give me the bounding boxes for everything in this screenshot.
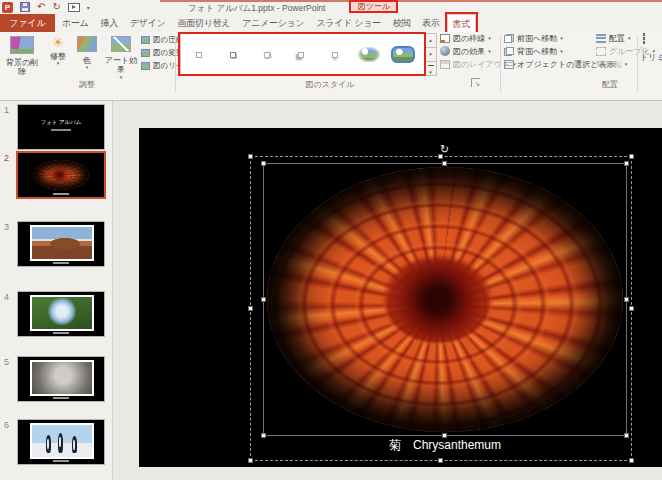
picture-style-reflected[interactable] xyxy=(321,38,349,72)
group-separator xyxy=(175,36,176,92)
dropdown-icon: ▾ xyxy=(560,48,563,54)
landscape-icon xyxy=(358,47,380,62)
resize-handle[interactable] xyxy=(248,306,253,311)
thumbnail-caption-bar xyxy=(53,193,69,195)
slide-thumbnail-6[interactable] xyxy=(17,419,105,465)
change-picture-icon xyxy=(141,49,150,57)
slide-thumbnail-3[interactable] xyxy=(17,221,105,267)
slide-thumbnail-4[interactable] xyxy=(17,291,105,337)
powerpoint-window: P ↶ ↻ ▾ フォト アルバム1.pptx - PowerPoint 図ツール… xyxy=(0,0,662,480)
tab-home[interactable]: ホーム xyxy=(57,14,94,32)
arrange-group-label: 配置 xyxy=(585,79,635,90)
picture-selection-box[interactable]: ↻ xyxy=(263,163,627,436)
current-slide[interactable]: ↻ 菊 Chrysanthemum xyxy=(139,128,662,467)
picture-style-beveled-matte[interactable] xyxy=(219,38,247,72)
reset-picture-icon xyxy=(141,62,150,70)
dropdown-icon: ▾ xyxy=(44,61,72,65)
undo-icon[interactable]: ↶ xyxy=(37,2,45,12)
picture-border-icon xyxy=(440,34,450,43)
align-icon xyxy=(596,34,606,43)
dialog-launcher-icon[interactable]: ↘ xyxy=(471,78,480,87)
gallery-more-button[interactable]: ▾ xyxy=(425,62,436,75)
slide-number-1: 1 xyxy=(4,105,9,115)
dropdown-icon: ▾ xyxy=(628,35,631,41)
remove-background-icon xyxy=(10,36,34,54)
resize-handle[interactable] xyxy=(248,154,253,159)
gallery-scroll-down-button[interactable]: ▾ xyxy=(425,48,436,62)
group-icon xyxy=(596,47,606,56)
bring-forward-icon xyxy=(504,34,514,43)
slide-thumbnail-1[interactable]: フォト アルバム xyxy=(17,104,105,150)
desert-photo xyxy=(30,225,94,261)
resize-handle[interactable] xyxy=(629,306,634,311)
tab-view[interactable]: 表示 xyxy=(417,14,444,32)
slide-number-2: 2 xyxy=(4,153,9,163)
penguins-photo xyxy=(30,423,94,459)
resize-handle[interactable] xyxy=(261,297,266,302)
picture-layout-icon xyxy=(440,60,450,69)
dropdown-icon: ▾ xyxy=(560,35,563,41)
tab-format-active[interactable]: 書式 xyxy=(447,14,476,32)
thumbnail-subtitle-bar xyxy=(51,129,71,131)
tab-insert[interactable]: 挿入 xyxy=(96,14,123,32)
picture-style-simple-frame-white[interactable] xyxy=(185,38,213,72)
color-picture-icon xyxy=(77,36,97,52)
slide-thumbnail-2-selected[interactable] xyxy=(16,151,106,199)
tab-design[interactable]: デザイン xyxy=(125,14,171,32)
editing-canvas: ↻ 菊 Chrysanthemum xyxy=(112,101,662,480)
gallery-scroll-up-button[interactable]: ▴ xyxy=(425,34,436,48)
thumbnail-caption-bar xyxy=(53,460,69,462)
photo-caption-text[interactable]: 菊 Chrysanthemum xyxy=(263,437,627,454)
save-icon[interactable] xyxy=(20,2,30,12)
picture-style-drop-shadow[interactable] xyxy=(287,38,315,72)
thumbnail-caption-bar xyxy=(53,332,69,334)
redo-icon[interactable]: ↻ xyxy=(52,2,60,12)
picture-style-rotated-white[interactable] xyxy=(253,38,281,72)
dropdown-icon: ▾ xyxy=(488,35,491,41)
group-separator xyxy=(637,36,638,92)
picture-style-metal-oval[interactable] xyxy=(389,38,417,72)
resize-handle[interactable] xyxy=(261,161,266,166)
tab-file[interactable]: ファイル xyxy=(0,14,55,32)
dropdown-icon: ▾ xyxy=(102,75,140,79)
dropdown-icon: ▾ xyxy=(425,66,436,79)
send-backward-icon xyxy=(504,47,514,56)
quick-access-toolbar: P ↶ ↻ ▾ xyxy=(2,1,90,13)
sun-icon: ☀ xyxy=(52,36,64,50)
thumbnail-caption-bar xyxy=(53,262,69,264)
resize-handle[interactable] xyxy=(248,458,253,463)
slide-number-6: 6 xyxy=(4,420,9,430)
customize-qat-icon[interactable]: ▾ xyxy=(87,4,90,11)
resize-handle[interactable] xyxy=(442,161,447,166)
artistic-effects-icon xyxy=(111,36,131,52)
tab-review[interactable]: 校閲 xyxy=(388,14,415,32)
thumbnail-title-text: フォト アルバム xyxy=(18,119,104,126)
crop-button[interactable]: トリミング xyxy=(640,34,662,94)
resize-handle[interactable] xyxy=(624,297,629,302)
resize-handle[interactable] xyxy=(629,458,634,463)
rotate-handle-icon[interactable]: ↻ xyxy=(440,144,449,155)
tab-transitions[interactable]: 画面切り替え xyxy=(173,14,236,32)
rotate-icon: ↻ xyxy=(596,60,603,69)
tab-slideshow[interactable]: スライド ショー xyxy=(311,14,385,32)
picture-styles-group-label: 図のスタイル xyxy=(260,79,400,90)
picture-style-soft-edge-oval[interactable] xyxy=(355,38,383,72)
dropdown-icon: ▾ xyxy=(488,48,491,54)
tab-animations[interactable]: アニメーション xyxy=(237,14,309,32)
landscape-icon xyxy=(391,46,415,63)
group-separator xyxy=(500,36,501,92)
gallery-scrollbar: ▴ ▾ ▾ xyxy=(424,33,437,76)
thumbnail-caption-bar xyxy=(53,397,69,399)
slide-number-5: 5 xyxy=(4,357,9,367)
ribbon-tab-row: ファイル ホーム 挿入 デザイン 画面切り替え アニメーション スライド ショー… xyxy=(0,14,662,32)
picture-styles-gallery xyxy=(180,33,437,76)
hydrangea-photo xyxy=(30,295,94,331)
resize-handle[interactable] xyxy=(629,154,634,159)
slide-thumbnail-5[interactable] xyxy=(17,356,105,402)
annotation-box-picture-tools xyxy=(349,0,398,13)
adjust-group-label: 調整 xyxy=(0,79,174,90)
start-slideshow-icon[interactable] xyxy=(68,3,80,12)
resize-handle[interactable] xyxy=(438,458,443,463)
resize-handle[interactable] xyxy=(624,161,629,166)
annotation-line xyxy=(160,0,662,2)
